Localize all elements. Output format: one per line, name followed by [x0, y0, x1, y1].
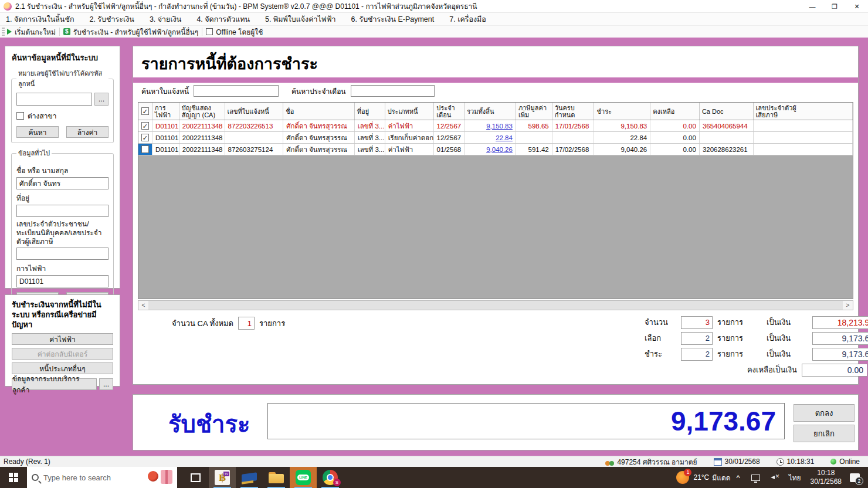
cell-vat[interactable]: 598.65	[516, 120, 552, 131]
meter-search-button[interactable]: ค้นหา	[16, 126, 59, 138]
menu-item-cash-drawer[interactable]: 1. จัดการเงินในลิ้นชัก	[6, 13, 74, 25]
cell-month[interactable]: 12/2567	[434, 132, 464, 143]
cell-invoice[interactable]: 872203226513	[225, 120, 284, 131]
cell-debt_type[interactable]: ค่าไฟฟ้า	[385, 120, 435, 131]
cell-ca[interactable]: 20022111348	[179, 132, 225, 143]
menu-item-pay-out[interactable]: 3. จ่ายเงิน	[150, 13, 182, 25]
taskbar-search-box[interactable]: Type here to search	[27, 467, 177, 488]
name-input[interactable]: ศักดิ์ดา จันทร	[16, 177, 108, 189]
cell-pea[interactable]: D01101	[152, 144, 179, 155]
search-invoice-input[interactable]	[194, 85, 279, 97]
row-checkbox[interactable]	[141, 145, 149, 153]
menu-item-print-invoice[interactable]: 5. พิมพ์ใบแจ้งค่าไฟฟ้า	[265, 13, 336, 25]
table-row[interactable]: D0110120022111348872603275124ศักดิ์ดา จั…	[138, 144, 853, 155]
cell-pea[interactable]: D01101	[152, 120, 179, 131]
scrollbar-thumb[interactable]	[148, 301, 843, 310]
cell-check[interactable]: ✓	[138, 132, 152, 143]
column-header-remain[interactable]: คงเหลือ	[650, 103, 700, 120]
manual-reconnect-button[interactable]: ค่าต่อกลับมิเตอร์	[12, 348, 113, 360]
column-header-vat[interactable]: ภาษีมูลค่า เพิ่ม	[516, 103, 552, 120]
cell-remain[interactable]: 0.00	[650, 144, 700, 155]
column-header-ca[interactable]: บัญชีแสดง สัญญา (CA)	[179, 103, 225, 120]
cell-debt_type[interactable]: เรียกเก็บค่าดอกเ...	[385, 132, 435, 143]
task-view-button[interactable]	[182, 467, 209, 488]
search-month-input[interactable]	[351, 85, 435, 97]
cell-vat[interactable]: 591.42	[516, 144, 552, 155]
cell-check[interactable]: ✓	[138, 120, 152, 131]
customer-service-button[interactable]: ข้อมูลจากระบบบริการลูกค้า	[12, 378, 97, 390]
cell-address[interactable]: เลขที่ 3...	[355, 120, 385, 131]
cell-invoice[interactable]	[225, 132, 284, 143]
column-header-total[interactable]: รวมทั้งสิ้น	[464, 103, 516, 120]
menu-item-epayment[interactable]: 6. รับชำระเงิน E-Payment	[351, 13, 435, 25]
ok-button[interactable]: ตกลง	[794, 404, 855, 422]
cell-due[interactable]	[552, 132, 595, 143]
row-checkbox[interactable]: ✓	[141, 134, 149, 141]
cell-due[interactable]: 17/02/2568	[552, 144, 595, 155]
column-header-due[interactable]: วันครบ กำหนด	[552, 103, 595, 120]
start-shift-button[interactable]: เริ่มต้นกะใหม่	[15, 26, 56, 38]
weather-icon[interactable]: 1	[676, 471, 689, 484]
cell-name[interactable]: ศักดิ์ดา จันทรสุวรรณ	[283, 132, 355, 143]
select-all-checkbox[interactable]: ✓	[141, 107, 149, 115]
cell-remain[interactable]: 0.00	[650, 120, 700, 131]
horizontal-scrollbar[interactable]: < >	[138, 300, 853, 310]
pea-input[interactable]: D01101	[16, 275, 108, 287]
menu-item-receive-payment[interactable]: 2. รับชำระเงิน	[89, 13, 134, 25]
scroll-right-arrow[interactable]: >	[843, 301, 853, 310]
meter-browse-button[interactable]: ...	[94, 93, 108, 106]
column-header-address[interactable]: ที่อยู่	[355, 103, 385, 120]
volume-muted-icon[interactable]	[771, 474, 780, 481]
receive-payment-button[interactable]: รับชำระเงิน - สำหรับผู้ใช้ไฟฟ้า/ลูกหนี้อ…	[73, 26, 198, 38]
column-header-month[interactable]: ประจำ เดือน	[434, 103, 464, 120]
language-indicator[interactable]: ไทย	[789, 472, 801, 483]
cell-pay[interactable]: 9,040.26	[594, 144, 650, 155]
close-button[interactable]: ✕	[846, 0, 868, 13]
column-header-taxid[interactable]: เลขประจำตัวผู้ เสียภาษี	[754, 103, 853, 120]
cell-taxid[interactable]	[754, 120, 853, 131]
cell-month[interactable]: 12/2567	[434, 120, 464, 131]
cell-month[interactable]: 01/2568	[434, 144, 464, 155]
cancel-button[interactable]: ยกเลิก	[794, 425, 855, 442]
cell-taxid[interactable]	[754, 144, 853, 155]
cell-vat[interactable]	[516, 132, 552, 143]
cell-cadoc[interactable]	[700, 132, 754, 143]
meter-clear-button[interactable]: ล้างค่า	[66, 126, 108, 138]
table-row[interactable]: ✓D0110120022111348872203226513ศักดิ์ดา จ…	[138, 120, 853, 132]
tray-chevron-icon[interactable]: ^	[737, 473, 740, 482]
cell-total[interactable]: 22.84	[464, 132, 516, 143]
cell-address[interactable]: เลขที่ 3...	[355, 132, 385, 143]
cell-pea[interactable]: D01101	[152, 132, 179, 143]
taskbar-app-chrome[interactable]: S	[317, 467, 344, 488]
column-header-check[interactable]: ✓	[138, 103, 152, 120]
cell-pay[interactable]: 9,150.83	[594, 120, 650, 131]
weather-temp[interactable]: 21°C	[693, 473, 709, 482]
column-header-name[interactable]: ชื่อ	[283, 103, 355, 120]
cell-total[interactable]: 9,040.26	[464, 144, 516, 155]
taskbar-clock[interactable]: 10:18 30/1/2568	[811, 469, 842, 486]
taskbar-app-bpm[interactable]: ฿TV	[209, 467, 236, 488]
cell-address[interactable]: เลขที่ 3...	[355, 144, 385, 155]
cell-cadoc[interactable]: 365404065944	[700, 120, 754, 131]
minimize-button[interactable]: —	[801, 0, 823, 13]
scroll-left-arrow[interactable]: <	[138, 301, 148, 310]
cell-ca[interactable]: 20022111348	[179, 144, 225, 155]
customer-service-browse-button[interactable]: ...	[99, 378, 113, 390]
menu-item-agents[interactable]: 4. จัดการตัวแทน	[196, 13, 250, 25]
offline-checkbox[interactable]	[206, 28, 213, 35]
cell-cadoc[interactable]: 320628623261	[700, 144, 754, 155]
cell-check[interactable]	[138, 144, 152, 155]
cell-name[interactable]: ศักดิ์ดา จันทรสุวรรณ	[283, 120, 355, 131]
manual-electric-button[interactable]: ค่าไฟฟ้า	[12, 333, 113, 345]
payment-amount-field[interactable]: 9,173.67	[267, 403, 785, 439]
cell-ca[interactable]: 20022111348	[179, 120, 225, 131]
column-header-invoice[interactable]: เลขที่ใบแจ้งหนี้	[225, 103, 284, 120]
address-input[interactable]	[16, 205, 108, 217]
cell-total[interactable]: 9,150.83	[464, 120, 516, 131]
weather-desc[interactable]: มีแดด	[712, 472, 730, 483]
cell-due[interactable]: 17/01/2568	[552, 120, 595, 131]
column-header-pea[interactable]: การ ไฟฟ้า	[152, 103, 179, 120]
column-header-pay[interactable]: ชำระ	[594, 103, 650, 120]
column-header-debt_type[interactable]: ประเภทหนี้	[385, 103, 435, 120]
cell-invoice[interactable]: 872603275124	[225, 144, 284, 155]
